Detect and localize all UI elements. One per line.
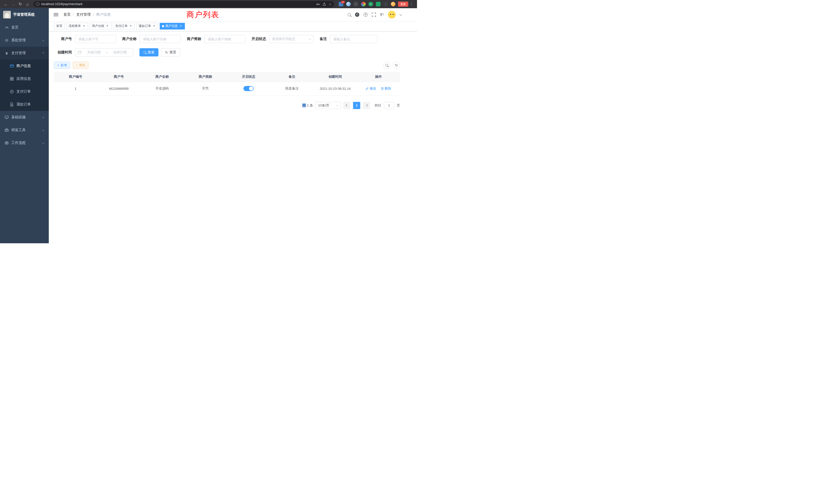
key-icon[interactable] xyxy=(316,2,320,6)
ext-puzzle-icon[interactable]: 10 xyxy=(339,2,343,6)
close-icon[interactable]: × xyxy=(129,24,132,28)
ext-avatar-icon[interactable] xyxy=(391,2,395,6)
briefcase-icon xyxy=(5,141,9,145)
monitor-icon xyxy=(5,115,9,119)
full-name-input[interactable] xyxy=(140,35,181,43)
chrome-update-button[interactable]: 更新 xyxy=(398,2,408,7)
sidebar-item-workflow[interactable]: 工作流程 xyxy=(0,137,49,150)
user-avatar[interactable] xyxy=(388,11,396,19)
next-page-button[interactable] xyxy=(363,102,370,109)
sidebar-item-system[interactable]: 系统管理 xyxy=(0,34,49,47)
status-select[interactable]: 请选择开启状态 xyxy=(269,35,313,43)
col-status: 开启状态 xyxy=(227,72,270,82)
ext-rainbow-icon[interactable] xyxy=(361,2,366,6)
breadcrumb-payment[interactable]: 支付管理 xyxy=(76,12,91,17)
date-range-picker[interactable]: 开始日期 - 结束日期 xyxy=(75,48,133,56)
chevron-down-icon xyxy=(42,129,45,131)
close-icon[interactable]: × xyxy=(82,24,86,28)
sidebar-item-payment[interactable]: ¥ 支付管理 xyxy=(0,47,49,60)
chevron-up-icon xyxy=(42,52,45,54)
delete-button[interactable]: 删除 xyxy=(381,86,391,91)
total-count: 1 xyxy=(307,104,309,107)
close-icon[interactable]: × xyxy=(152,24,156,28)
total-text: 共 1 条 xyxy=(302,103,313,108)
date-start-placeholder: 开始日期 xyxy=(84,50,104,55)
date-end-placeholder: 结束日期 xyxy=(110,50,130,55)
ext-pin-icon[interactable] xyxy=(383,2,388,6)
field-full-name: 商户全称 xyxy=(122,35,181,43)
breadcrumb: 首页 / 支付管理 / 商户信息 xyxy=(63,12,111,17)
address-bar[interactable]: i localhost:1024/pay/merchant ☆ xyxy=(34,1,334,7)
toggle-search-button[interactable] xyxy=(383,62,390,69)
sidebar-item-pay-order[interactable]: 支付订单 xyxy=(0,85,49,98)
chevron-down-icon xyxy=(42,141,45,144)
app-window: 芋道管理系统 首页 系统管理 ¥ 支付管理 商户信息 应用信息 xyxy=(0,8,417,243)
help-icon[interactable]: ? xyxy=(364,13,368,17)
col-full-name: 商户全称 xyxy=(140,72,184,82)
sidebar-item-app-info[interactable]: 应用信息 xyxy=(0,72,49,85)
target-icon xyxy=(10,90,14,94)
chevron-down-icon xyxy=(42,116,45,118)
search-button[interactable]: 搜索 xyxy=(139,48,158,56)
share-icon[interactable] xyxy=(323,2,326,6)
fullscreen-icon[interactable] xyxy=(372,13,376,17)
short-name-input[interactable] xyxy=(204,35,245,43)
home-button[interactable]: ⌂ xyxy=(24,1,31,7)
sidebar-item-merchant-info[interactable]: 商户信息 xyxy=(0,60,49,72)
filter-row-1: 商户号 商户全称 商户简称 开启状态 请选择开启状态 xyxy=(54,35,400,43)
sidebar-item-infra[interactable]: 基础设施 xyxy=(0,111,49,124)
status-toggle[interactable] xyxy=(243,86,254,91)
toolbox-icon xyxy=(5,128,9,132)
navbar: 首页 / 支付管理 / 商户信息 商户列表 ? TT xyxy=(49,8,417,21)
browser-menu-icon[interactable]: ⋮ xyxy=(410,2,413,6)
ext-drop-icon[interactable] xyxy=(346,2,351,6)
tab-process-form[interactable]: 流程表单× xyxy=(66,23,88,29)
sidebar-toggle-icon[interactable] xyxy=(53,12,59,17)
forward-button[interactable]: → xyxy=(10,1,17,7)
add-button[interactable]: + 新增 xyxy=(54,62,70,69)
breadcrumb-home[interactable]: 首页 xyxy=(63,12,71,17)
tab-merchant-info[interactable]: 商户信息× xyxy=(160,23,185,29)
total-prefix: 共 xyxy=(302,104,306,107)
close-icon[interactable]: × xyxy=(179,24,182,28)
github-icon[interactable] xyxy=(355,12,359,17)
tab-pay-order[interactable]: 支付订单× xyxy=(113,23,135,29)
goto-page-input[interactable] xyxy=(384,102,394,109)
search-icon[interactable] xyxy=(348,13,351,16)
close-icon[interactable]: × xyxy=(106,24,109,28)
sidebar-item-home[interactable]: 首页 xyxy=(0,21,49,34)
navbar-actions: ? TT xyxy=(348,11,401,19)
export-button[interactable]: ↓ 导出 xyxy=(73,62,89,69)
reload-button[interactable]: ↻ xyxy=(17,1,24,7)
edit-button[interactable]: 修改 xyxy=(366,86,376,91)
merchant-no-input[interactable] xyxy=(75,35,116,43)
ext-check-icon[interactable]: ✓ xyxy=(369,2,373,6)
bookmark-star-icon[interactable]: ☆ xyxy=(329,2,331,6)
avatar-caret-icon[interactable] xyxy=(399,13,402,16)
col-short-name: 商户简称 xyxy=(184,72,227,82)
col-create-time: 创建时间 xyxy=(313,72,357,82)
prev-page-button[interactable] xyxy=(343,102,351,109)
font-size-icon[interactable]: TT xyxy=(380,13,384,17)
ext-note-icon[interactable] xyxy=(376,2,380,6)
sidebar-item-devtools[interactable]: 研发工具 xyxy=(0,124,49,137)
cell-merchant-no: M233666999 xyxy=(97,82,141,95)
app-logo[interactable]: 芋道管理系统 xyxy=(0,8,49,21)
refresh-table-button[interactable]: ↻ xyxy=(393,62,400,69)
sidebar-item-refund-order[interactable]: 退款订单 xyxy=(0,98,49,111)
remark-input[interactable] xyxy=(330,35,377,43)
page-number-1[interactable]: 1 xyxy=(353,102,360,109)
tab-refund-order[interactable]: 退款订单× xyxy=(136,23,158,29)
reset-button[interactable]: ↻ 重置 xyxy=(161,48,180,56)
back-button[interactable]: ← xyxy=(3,1,9,7)
col-remark: 备注 xyxy=(270,72,314,82)
ext-dark-icon[interactable] xyxy=(354,2,358,6)
cell-merchant-id: 1 xyxy=(54,82,97,95)
tab-user-group[interactable]: 用户分组× xyxy=(90,23,111,29)
page-size-select[interactable]: 10条/页 xyxy=(315,102,341,109)
trash-icon xyxy=(381,87,384,90)
col-actions: 操作 xyxy=(357,72,400,82)
tab-home[interactable]: 首页 xyxy=(54,23,65,29)
page-size-value: 10条/页 xyxy=(318,103,329,108)
site-info-icon[interactable]: i xyxy=(36,2,40,6)
